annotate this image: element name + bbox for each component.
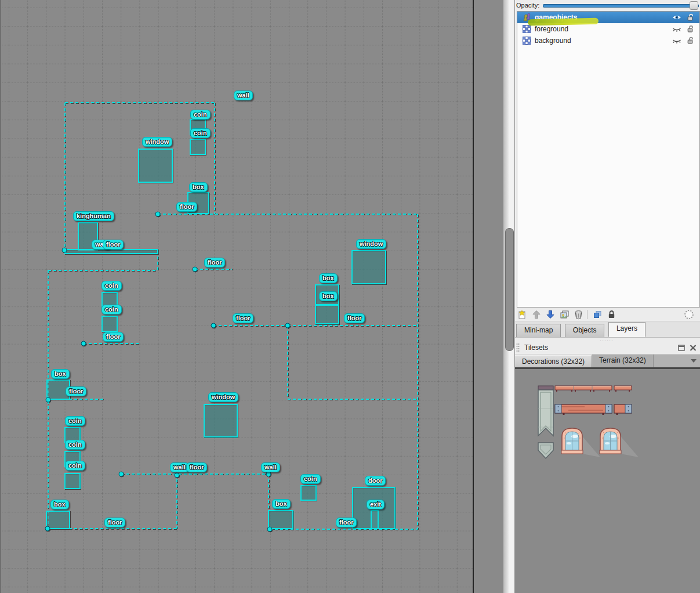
layer-toolbar bbox=[515, 308, 700, 321]
float-panel-button[interactable] bbox=[677, 343, 686, 352]
object-label-wall[interactable]: wall bbox=[261, 462, 280, 472]
arched-window-tile[interactable] bbox=[600, 428, 639, 457]
unlocked-icon[interactable] bbox=[686, 37, 696, 45]
object-label-coin[interactable]: coin bbox=[101, 281, 122, 291]
opacity-slider-thumb[interactable] bbox=[690, 1, 698, 10]
grid-background bbox=[2, 0, 473, 593]
object-label-floor[interactable]: floor bbox=[103, 240, 124, 250]
layer-row-background[interactable]: background bbox=[517, 35, 699, 46]
map-object-rect[interactable] bbox=[204, 404, 237, 437]
object-label-floor[interactable]: floor bbox=[336, 518, 357, 527]
tileset-tab-decorations[interactable]: Decorations (32x32) bbox=[515, 355, 592, 367]
map-object-rect[interactable] bbox=[65, 473, 80, 489]
chevron-down-icon[interactable] bbox=[691, 359, 697, 363]
object-label-window[interactable]: window bbox=[142, 137, 172, 147]
vertex-handle[interactable] bbox=[155, 212, 160, 216]
map-canvas[interactable]: wallcoincoinwindowboxfloorkinghumanwallf… bbox=[0, 0, 503, 593]
object-label-floor[interactable]: floor bbox=[344, 313, 365, 323]
object-label-coin[interactable]: coin bbox=[65, 416, 85, 426]
object-label-box[interactable]: box bbox=[50, 500, 69, 509]
object-label-kinghuman[interactable]: kinghuman bbox=[73, 211, 114, 221]
object-label-floor[interactable]: floor bbox=[233, 313, 253, 323]
delete-layer-button[interactable] bbox=[572, 309, 585, 320]
vertex-handle[interactable] bbox=[46, 397, 50, 402]
close-panel-button[interactable] bbox=[688, 343, 698, 352]
vertex-handle[interactable] bbox=[285, 323, 290, 328]
vertex-handle[interactable] bbox=[62, 248, 67, 252]
tileset-tab-terrain[interactable]: Terrain (32x32) bbox=[592, 355, 654, 367]
object-label-coin[interactable]: coin bbox=[65, 440, 85, 450]
object-label-exit[interactable]: exit bbox=[367, 500, 385, 509]
tileset-tab-bar: Decorations (32x32) Terrain (32x32) bbox=[515, 354, 700, 367]
tab-layers[interactable]: Layers bbox=[608, 322, 645, 337]
vertex-handle[interactable] bbox=[267, 527, 272, 531]
object-label-window[interactable]: window bbox=[356, 239, 386, 249]
object-label-floor[interactable]: floor bbox=[186, 462, 207, 472]
object-label-box[interactable]: box bbox=[319, 291, 338, 301]
map-object-rect[interactable] bbox=[352, 251, 386, 284]
eye-closed-icon[interactable] bbox=[672, 37, 682, 45]
object-label-floor[interactable]: floor bbox=[204, 258, 225, 267]
raise-object-button[interactable] bbox=[591, 309, 604, 320]
eye-closed-icon[interactable] bbox=[672, 25, 682, 33]
tab-objects[interactable]: Objects bbox=[565, 324, 605, 337]
duplicate-layer-button[interactable] bbox=[558, 309, 571, 320]
object-label-box[interactable]: box bbox=[189, 182, 208, 192]
vertex-handle[interactable] bbox=[119, 472, 124, 476]
shelf-strip-tile[interactable] bbox=[555, 386, 632, 392]
object-label-box[interactable]: box bbox=[272, 499, 291, 509]
vertex-handle[interactable] bbox=[266, 472, 271, 476]
object-label-coin[interactable]: coin bbox=[190, 110, 211, 120]
map-object-rect[interactable] bbox=[190, 139, 205, 154]
object-label-floor[interactable]: floor bbox=[66, 386, 86, 396]
beam-tile[interactable] bbox=[555, 404, 632, 415]
object-label-box[interactable]: box bbox=[319, 273, 338, 283]
map-object-rect[interactable] bbox=[301, 486, 316, 500]
lower-layer-button[interactable] bbox=[544, 309, 557, 320]
object-label-floor[interactable]: floor bbox=[103, 332, 124, 342]
unlocked-icon[interactable] bbox=[686, 25, 696, 33]
vertex-handle[interactable] bbox=[211, 323, 216, 328]
object-label-coin[interactable]: coin bbox=[101, 305, 122, 314]
object-label-coin[interactable]: coin bbox=[190, 128, 211, 138]
map-object-rect[interactable] bbox=[269, 511, 293, 529]
map-object-rect[interactable] bbox=[65, 250, 158, 254]
canvas-vertical-scrollbar[interactable] bbox=[503, 0, 514, 593]
eye-open-icon[interactable] bbox=[672, 13, 682, 21]
unlocked-icon[interactable] bbox=[686, 13, 696, 21]
object-label-wall[interactable]: wall bbox=[234, 91, 253, 100]
toolbar-separator bbox=[587, 310, 587, 319]
new-layer-button[interactable] bbox=[516, 309, 529, 320]
vertex-handle[interactable] bbox=[193, 267, 197, 272]
vertex-handle[interactable] bbox=[81, 341, 86, 346]
opacity-slider[interactable] bbox=[543, 1, 699, 9]
scrollbar-thumb[interactable] bbox=[505, 228, 514, 351]
map-object-rect[interactable] bbox=[371, 511, 378, 529]
raise-layer-button[interactable] bbox=[530, 309, 543, 320]
vertex-handle[interactable] bbox=[45, 526, 50, 531]
map-object-rect[interactable] bbox=[139, 149, 172, 182]
lock-object-button[interactable] bbox=[605, 309, 618, 320]
vertex-handle[interactable] bbox=[175, 473, 179, 478]
panel-grip-handle[interactable] bbox=[516, 343, 520, 352]
highlight-current-layer-button[interactable] bbox=[683, 309, 695, 320]
tileset-view[interactable] bbox=[515, 369, 700, 593]
object-label-coin[interactable]: coin bbox=[65, 461, 85, 471]
banner-tile[interactable] bbox=[538, 386, 553, 458]
layer-row-foreground[interactable]: foreground bbox=[517, 23, 699, 35]
map-object-rect[interactable] bbox=[102, 316, 117, 331]
object-label-box[interactable]: box bbox=[51, 369, 70, 379]
object-label-door[interactable]: door bbox=[365, 476, 386, 486]
map-object-rect[interactable] bbox=[46, 511, 70, 529]
object-label-floor[interactable]: floor bbox=[176, 202, 197, 212]
tileset-image[interactable] bbox=[515, 367, 700, 593]
tab-mini-map[interactable]: Mini-map bbox=[516, 324, 561, 337]
opacity-slider-track[interactable] bbox=[543, 4, 699, 8]
layer-row-gameobjects[interactable]: gameobjects bbox=[517, 12, 699, 23]
object-layer-icon bbox=[522, 13, 531, 22]
map-object-rect[interactable] bbox=[315, 305, 339, 324]
object-label-floor[interactable]: floor bbox=[104, 518, 125, 527]
object-label-coin[interactable]: coin bbox=[300, 474, 321, 484]
arched-window-tile[interactable] bbox=[561, 428, 600, 457]
object-label-window[interactable]: window bbox=[208, 392, 238, 402]
